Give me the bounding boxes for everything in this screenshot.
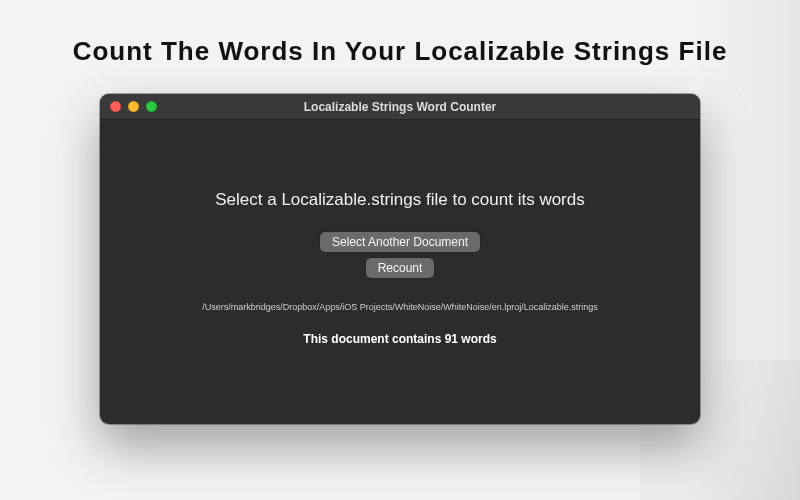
recount-button[interactable]: Recount [366,258,435,278]
window-titlebar[interactable]: Localizable Strings Word Counter [100,94,700,120]
file-path-label: /Users/markbridges/Dropbox/Apps/iOS Proj… [202,302,598,312]
app-window: Localizable Strings Word Counter Select … [100,94,700,424]
word-count-result: This document contains 91 words [303,332,496,346]
window-content: Select a Localizable.strings file to cou… [100,120,700,424]
instruction-headline: Select a Localizable.strings file to cou… [215,190,584,210]
window-title: Localizable Strings Word Counter [100,100,700,114]
select-document-button[interactable]: Select Another Document [320,232,480,252]
page-title: Count The Words In Your Localizable Stri… [0,36,800,67]
